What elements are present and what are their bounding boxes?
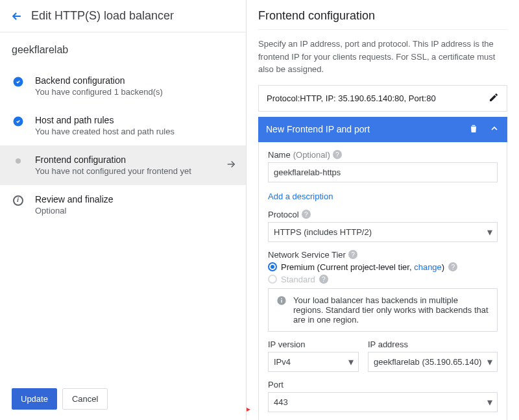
tier-standard-radio: Standard ? (268, 275, 498, 284)
check-icon (12, 75, 25, 88)
step-sub: You have not configured your frontend ye… (35, 166, 191, 176)
collapse-icon[interactable] (489, 123, 500, 136)
step-label: Backend configuration (35, 75, 163, 86)
chevron-right-icon (225, 158, 237, 173)
step-backend[interactable]: Backend configuration You have configure… (0, 66, 246, 106)
ipversion-label: IP version (268, 340, 306, 349)
panel-title: Frontend configuration (258, 9, 507, 30)
port-select[interactable]: 443 (268, 392, 498, 412)
dot-icon (12, 154, 25, 167)
tier-notice-text: Your load balancer has backends in multi… (293, 295, 489, 325)
ipaddress-select[interactable]: geekflarelab (35.190.65.140) (368, 352, 498, 372)
help-icon[interactable]: ? (333, 150, 342, 159)
new-frontend-header: New Frontend IP and port (258, 117, 507, 142)
back-arrow-icon[interactable] (10, 10, 23, 23)
check-icon (12, 115, 25, 128)
collapsed-summary: Protocol:HTTP, IP: 35.190.65.140:80, Por… (267, 93, 436, 103)
help-icon[interactable]: ? (348, 250, 357, 259)
name-input[interactable] (268, 162, 498, 182)
step-sub: You have created host and path rules (35, 127, 175, 136)
svg-rect-3 (281, 299, 282, 303)
step-frontend[interactable]: Frontend configuration You have not conf… (0, 145, 246, 185)
step-label: Frontend configuration (35, 154, 191, 165)
help-icon[interactable]: ? (302, 210, 311, 219)
cancel-button[interactable]: Cancel (62, 388, 108, 410)
step-sub: Optional (35, 206, 114, 216)
tier-change-link[interactable]: change (414, 262, 442, 272)
port-label: Port (268, 380, 284, 389)
tier-notice: Your load balancer has backends in multi… (268, 288, 498, 332)
help-icon[interactable]: ? (448, 262, 457, 271)
svg-marker-6 (247, 405, 250, 414)
frontend-collapsed-row[interactable]: Protocol:HTTP, IP: 35.190.65.140:80, Por… (258, 85, 507, 112)
new-frontend-title: New Frontend IP and port (266, 124, 370, 134)
step-label: Host and path rules (35, 115, 175, 125)
step-sub: You have configured 1 backend(s) (35, 87, 163, 97)
info-icon (12, 194, 25, 207)
radio-off-icon (268, 275, 277, 284)
edit-icon[interactable] (489, 92, 499, 105)
tier-premium-radio[interactable]: Premium (Current project-level tier, cha… (268, 262, 498, 272)
radio-on-icon (268, 262, 277, 271)
ipaddress-label: IP address (368, 340, 408, 349)
tier-standard-text: Standard (281, 275, 315, 284)
add-description-link[interactable]: Add a description (268, 191, 333, 201)
help-icon[interactable]: ? (319, 275, 328, 284)
project-name: geekflarelab (0, 32, 246, 60)
tier-premium-end: ) (442, 262, 444, 272)
annotation-arrow-icon (247, 402, 250, 417)
svg-rect-4 (281, 298, 282, 299)
step-review[interactable]: Review and finalize Optional (0, 185, 246, 225)
delete-icon[interactable] (468, 123, 479, 136)
update-button[interactable]: Update (12, 388, 57, 410)
optional-hint: (Optional) (293, 150, 330, 160)
name-label: Name (268, 150, 291, 160)
info-icon (276, 295, 287, 325)
protocol-label: Protocol (268, 210, 299, 219)
step-label: Review and finalize (35, 194, 114, 204)
tier-premium-text: Premium (Current project-level tier, (281, 262, 414, 272)
protocol-select[interactable]: HTTPS (includes HTTP/2) (268, 222, 498, 242)
ipversion-select[interactable]: IPv4 (268, 352, 359, 372)
step-host-rules[interactable]: Host and path rules You have created hos… (0, 106, 246, 145)
tier-label: Network Service Tier (268, 250, 346, 260)
page-title: Edit HTTP(S) load balancer (31, 9, 174, 23)
panel-description: Specify an IP address, port and protocol… (258, 38, 507, 76)
